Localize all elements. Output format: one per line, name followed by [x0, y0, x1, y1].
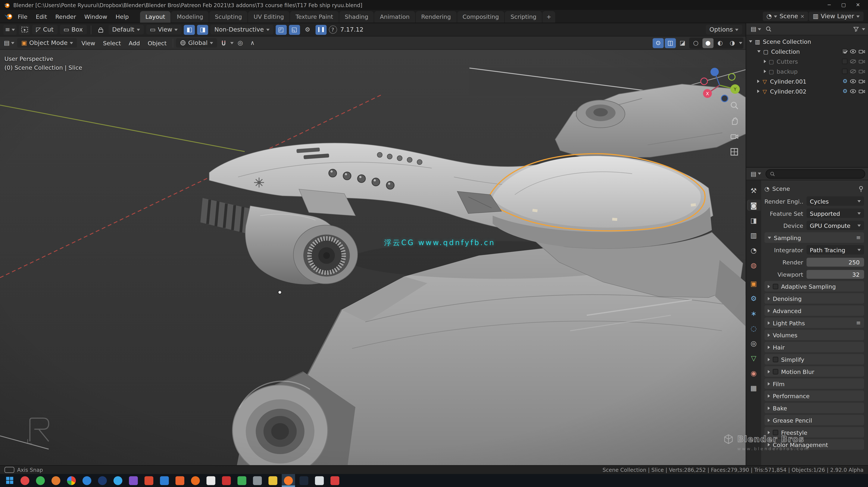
- disable-render-camera-icon[interactable]: [859, 59, 865, 64]
- outliner-row-collection[interactable]: ▢ Collection: [746, 46, 868, 56]
- tab-view-layer[interactable]: ▥: [747, 229, 760, 240]
- tab-object[interactable]: ▣: [747, 278, 760, 289]
- taskbar-app-icon[interactable]: [34, 474, 47, 487]
- tab-tool[interactable]: ⚒: [747, 185, 760, 196]
- options-dropdown[interactable]: Options: [706, 25, 742, 34]
- section-advanced[interactable]: Advanced: [765, 305, 864, 316]
- tab-shading[interactable]: Shading: [339, 11, 374, 23]
- viewport-3d[interactable]: User Perspective (0) Scene Collection | …: [0, 50, 746, 465]
- boxcutter-toggle-b[interactable]: ◨: [197, 25, 208, 35]
- viewport-samples-field[interactable]: 32: [807, 270, 864, 279]
- section-film[interactable]: Film: [765, 378, 864, 389]
- outliner-editor-icon[interactable]: ▤: [749, 24, 763, 34]
- disable-render-camera-icon[interactable]: [859, 89, 865, 94]
- shading-wireframe[interactable]: ○: [690, 38, 701, 48]
- menu-help[interactable]: Help: [112, 11, 133, 21]
- orientation-dropdown[interactable]: Global: [176, 38, 217, 47]
- tab-layout[interactable]: Layout: [140, 11, 170, 23]
- filter-icon[interactable]: [852, 25, 860, 32]
- add-workspace-button[interactable]: +: [542, 11, 555, 23]
- presets-icon[interactable]: ≡: [856, 235, 861, 240]
- disable-render-camera-icon[interactable]: [859, 78, 865, 84]
- filter-options-caret[interactable]: [862, 28, 865, 30]
- exclude-checkbox[interactable]: [842, 59, 847, 64]
- section-simplify[interactable]: Simplify: [765, 354, 864, 364]
- tab-modeling[interactable]: Modeling: [171, 11, 209, 23]
- render-samples-field[interactable]: 250: [807, 258, 864, 266]
- tab-render[interactable]: ◙: [747, 200, 760, 211]
- section-motion-blur[interactable]: Motion Blur: [765, 366, 864, 377]
- taskbar-app-icon[interactable]: [328, 474, 342, 487]
- taskbar-app-icon[interactable]: [189, 474, 202, 487]
- hide-viewport-eye-icon[interactable]: [850, 69, 856, 74]
- view-dropdown[interactable]: ▭View: [146, 25, 182, 34]
- tab-sculpting[interactable]: Sculpting: [209, 11, 248, 23]
- tab-compositing[interactable]: Compositing: [457, 11, 504, 23]
- snap-options-caret[interactable]: [230, 42, 234, 44]
- outliner-row-cylinder-001[interactable]: ▽ Cylinder.001 ⚙: [746, 76, 868, 86]
- tab-constraints[interactable]: ◎: [747, 337, 760, 348]
- tab-modifiers[interactable]: ⚙: [747, 293, 760, 304]
- outliner-row-scene-collection[interactable]: ▥ Scene Collection: [746, 36, 868, 46]
- exclude-checkbox[interactable]: [842, 48, 847, 54]
- gizmo-z-neg[interactable]: [721, 95, 728, 102]
- section-adaptive-sampling[interactable]: Adaptive Sampling: [765, 281, 864, 291]
- shading-options-caret[interactable]: [739, 42, 742, 44]
- adaptive-sampling-checkbox[interactable]: [773, 284, 778, 289]
- taskbar-app-icon[interactable]: [127, 474, 140, 487]
- tab-rendering[interactable]: Rendering: [415, 11, 456, 23]
- blender-app-icon[interactable]: [4, 12, 13, 20]
- taskbar-app-icon[interactable]: [204, 474, 218, 487]
- tab-uv-editing[interactable]: UV Editing: [248, 11, 289, 23]
- taskbar-app-icon[interactable]: [173, 474, 187, 487]
- boxcutter-toggle-c[interactable]: ◰: [275, 25, 286, 35]
- section-denoising[interactable]: Denoising: [765, 293, 864, 304]
- boxcutter-toggle-d[interactable]: ◱: [289, 25, 300, 35]
- shading-solid[interactable]: ●: [703, 38, 713, 48]
- xray-toggle[interactable]: ◪: [677, 38, 688, 48]
- pin-icon[interactable]: [858, 185, 864, 192]
- tab-output[interactable]: ◨: [747, 215, 760, 226]
- menu-edit[interactable]: Edit: [32, 11, 51, 21]
- outliner-row-cutters[interactable]: ▢ Cutters: [746, 56, 868, 66]
- grid-ortho-icon[interactable]: [730, 147, 739, 157]
- boxcutter-toggle-a[interactable]: ◧: [184, 25, 195, 35]
- outliner-search-icon[interactable]: [765, 25, 772, 32]
- feature-set-dropdown[interactable]: Supported: [807, 208, 864, 218]
- gizmo-x-neg[interactable]: [701, 78, 707, 85]
- simplify-checkbox[interactable]: [773, 356, 778, 362]
- taskbar-app-icon[interactable]: [266, 474, 280, 487]
- show-overlays-toggle[interactable]: ◫: [665, 38, 676, 48]
- taskbar-app-icon[interactable]: [18, 474, 32, 487]
- cut-mode-dropdown[interactable]: Non-Destructive: [211, 25, 273, 34]
- menu-select[interactable]: Select: [100, 38, 124, 48]
- hide-viewport-eye-icon[interactable]: [850, 89, 856, 94]
- scene-selector[interactable]: ◔ Scene ✕: [763, 12, 808, 21]
- taskbar-blender-icon[interactable]: [282, 474, 295, 487]
- select-box-tool-icon[interactable]: [19, 25, 30, 35]
- outliner-row-backup[interactable]: ▢ backup: [746, 66, 868, 76]
- proportional-edit-toggle[interactable]: ◎: [235, 38, 246, 48]
- cut-tool-button[interactable]: ◸Cut: [32, 25, 57, 34]
- close-button[interactable]: ✕: [851, 1, 865, 9]
- tab-scripting[interactable]: Scripting: [505, 11, 542, 23]
- tab-scene[interactable]: ◔: [747, 245, 760, 256]
- zoom-icon[interactable]: [730, 101, 739, 110]
- taskbar-app-icon[interactable]: [235, 474, 249, 487]
- menu-add[interactable]: Add: [125, 38, 143, 48]
- tab-texture[interactable]: ▦: [747, 382, 760, 393]
- view-layer-selector[interactable]: ▥ View Layer: [809, 12, 864, 21]
- outliner-row-cylinder-002[interactable]: ▽ Cylinder.002 ⚙: [746, 86, 868, 96]
- menu-window[interactable]: Window: [81, 11, 111, 21]
- taskbar-app-icon[interactable]: [111, 474, 125, 487]
- settings-gear-icon[interactable]: ⚙: [302, 25, 313, 35]
- gizmo-z-axis[interactable]: [711, 68, 719, 76]
- preset-dropdown[interactable]: Default: [108, 25, 144, 34]
- taskbar-app-icon[interactable]: [142, 474, 156, 487]
- unlink-scene-icon[interactable]: ✕: [800, 13, 804, 19]
- device-dropdown[interactable]: GPU Compute: [807, 221, 864, 230]
- start-button[interactable]: [3, 474, 16, 487]
- section-bake[interactable]: Bake: [765, 403, 864, 413]
- gizmo-y-neg[interactable]: [728, 74, 735, 80]
- taskbar-app-icon[interactable]: [158, 474, 171, 487]
